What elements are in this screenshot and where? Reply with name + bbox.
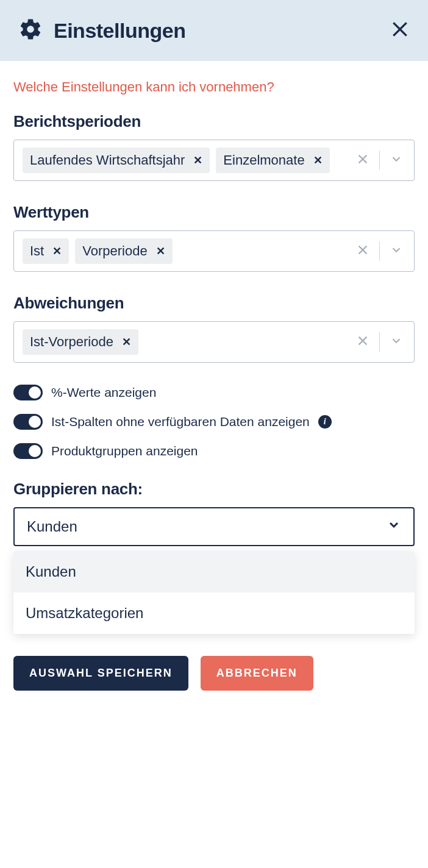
chevron-down-icon[interactable] — [390, 334, 403, 350]
multiselect-body: Laufendes Wirtschaftsjahr ✕ Einzelmonate… — [14, 140, 350, 180]
toggle-row-ist-columns: Ist-Spalten ohne verfügbaren Daten anzei… — [13, 414, 415, 430]
select-value: Kunden — [27, 518, 77, 535]
cancel-button[interactable]: ABBRECHEN — [201, 656, 313, 691]
chip-remove-icon[interactable]: ✕ — [52, 244, 62, 258]
clear-all-icon[interactable] — [356, 243, 369, 259]
chevron-down-icon[interactable] — [390, 243, 403, 259]
divider — [379, 332, 380, 352]
toggle-percent[interactable] — [13, 385, 43, 400]
chip-remove-icon[interactable]: ✕ — [122, 335, 131, 349]
chip: Ist-Vorperiode ✕ — [23, 329, 138, 355]
chip: Vorperiode ✕ — [75, 238, 172, 264]
dialog-title: Einstellungen — [54, 19, 185, 43]
toggle-ist-columns[interactable] — [13, 414, 43, 430]
dialog-content: Welche Einstellungen kann ich vornehmen?… — [0, 61, 428, 715]
chip-remove-icon[interactable]: ✕ — [313, 154, 323, 167]
chip: Laufendes Wirtschaftsjahr ✕ — [23, 148, 210, 173]
chevron-down-icon[interactable] — [390, 152, 403, 168]
header-left: Einstellungen — [18, 17, 185, 44]
toggle-label: Produktgruppen anzeigen — [51, 444, 198, 458]
value-types-select[interactable]: Ist ✕ Vorperiode ✕ — [13, 230, 415, 272]
chip: Ist ✕ — [23, 238, 69, 264]
toggle-label: Ist-Spalten ohne verfügbaren Daten anzei… — [51, 414, 310, 429]
multiselect-body: Ist-Vorperiode ✕ — [14, 322, 350, 362]
multiselect-controls — [350, 322, 414, 362]
chip-label: Vorperiode — [82, 243, 147, 259]
divider — [379, 151, 380, 170]
chip-label: Einzelmonate — [223, 152, 304, 168]
close-icon[interactable] — [390, 20, 410, 41]
toggle-product-groups[interactable] — [13, 443, 43, 459]
save-button[interactable]: AUSWAHL SPEICHERN — [13, 656, 188, 691]
section-label-value-types: Werttypen — [13, 203, 415, 222]
deviations-select[interactable]: Ist-Vorperiode ✕ — [13, 321, 415, 363]
clear-all-icon[interactable] — [356, 334, 369, 350]
chip-label: Ist-Vorperiode — [30, 334, 113, 350]
clear-all-icon[interactable] — [356, 152, 369, 168]
chip-remove-icon[interactable]: ✕ — [156, 244, 165, 258]
chip-label: Ist — [30, 243, 44, 259]
dropdown-option-umsatzkategorien[interactable]: Umsatzkategorien — [13, 592, 415, 634]
section-label-reporting-periods: Berichtsperioden — [13, 112, 415, 131]
chip: Einzelmonate ✕ — [216, 148, 329, 173]
group-by-dropdown: Kunden Umsatzkategorien — [13, 551, 415, 634]
dropdown-option-kunden[interactable]: Kunden — [13, 551, 415, 592]
multiselect-body: Ist ✕ Vorperiode ✕ — [14, 231, 350, 271]
gear-icon — [18, 17, 43, 44]
dialog-header: Einstellungen — [0, 0, 428, 61]
chip-remove-icon[interactable]: ✕ — [193, 154, 202, 167]
chip-label: Laufendes Wirtschaftsjahr — [30, 152, 185, 168]
section-label-group-by: Gruppieren nach: — [13, 480, 415, 499]
info-icon[interactable]: i — [318, 415, 332, 429]
dialog-footer: AUSWAHL SPEICHERN ABBRECHEN — [13, 651, 415, 691]
toggle-row-product-groups: Produktgruppen anzeigen — [13, 443, 415, 459]
toggle-label: %-Werte anzeigen — [51, 385, 156, 400]
help-link[interactable]: Welche Einstellungen kann ich vornehmen? — [13, 79, 415, 95]
section-label-deviations: Abweichungen — [13, 294, 415, 313]
divider — [379, 241, 380, 261]
chevron-down-icon — [387, 518, 401, 536]
multiselect-controls — [350, 140, 414, 180]
group-by-wrap: Kunden Kunden Umsatzkategorien — [13, 507, 415, 546]
reporting-periods-select[interactable]: Laufendes Wirtschaftsjahr ✕ Einzelmonate… — [13, 140, 415, 181]
multiselect-controls — [350, 231, 414, 271]
toggle-row-percent: %-Werte anzeigen — [13, 385, 415, 400]
group-by-select[interactable]: Kunden — [13, 507, 415, 546]
